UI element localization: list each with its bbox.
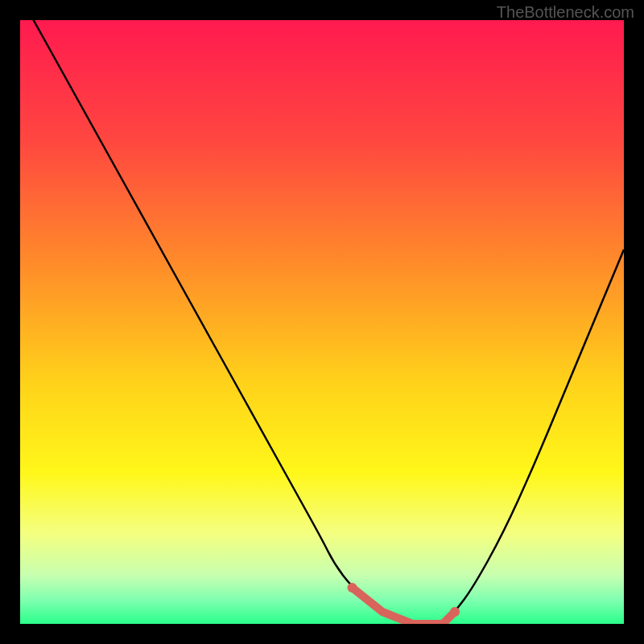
watermark-text: TheBottleneck.com [497,3,634,22]
gradient-fill [20,20,624,624]
marker-start-dot [348,583,357,592]
chart-frame [20,20,624,624]
chart-svg [20,20,624,624]
marker-end-dot [450,607,460,617]
